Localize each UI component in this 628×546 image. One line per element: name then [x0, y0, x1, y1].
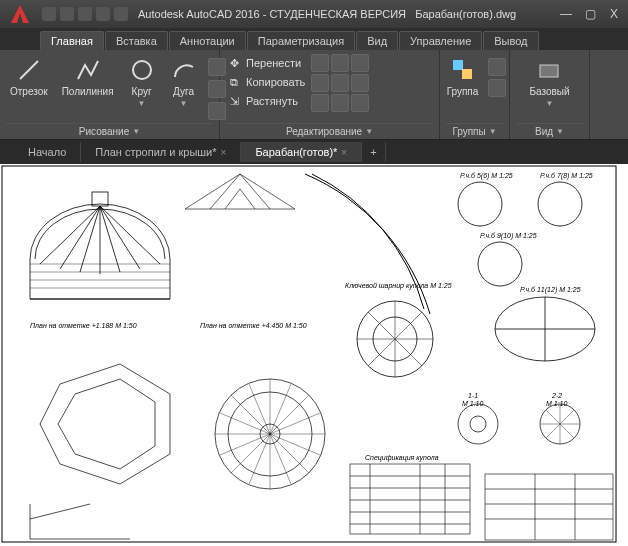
anno-r78: Р.ч.б 7(8) М 1:25 [540, 172, 593, 179]
array-icon[interactable] [351, 74, 369, 92]
quick-access-toolbar [42, 7, 128, 21]
anno-r910: Р.ч.б 9(10) М 1:25 [480, 232, 537, 239]
svg-rect-3 [453, 60, 463, 70]
anno-hinge: Ключевой шарнир купола М 1:25 [345, 282, 452, 289]
svg-point-2 [133, 61, 151, 79]
anno-plan2: План на отметке +4.450 М 1:50 [200, 322, 307, 329]
svg-line-1 [20, 61, 38, 79]
tab-home[interactable]: Главная [40, 31, 104, 50]
panel-title-draw[interactable]: Рисование ▼ [6, 123, 213, 139]
app-logo[interactable] [6, 0, 34, 28]
anno-sec22s: М 1:10 [546, 400, 567, 407]
tab-insert[interactable]: Вставка [105, 31, 168, 50]
anno-r1112: Р.ч.б 11(12) М 1:25 [520, 286, 581, 293]
tab-annotate[interactable]: Аннотации [169, 31, 246, 50]
maximize-button[interactable]: ▢ [582, 7, 598, 21]
copy-icon: ⧉ [226, 74, 242, 90]
qat-redo-icon[interactable] [114, 7, 128, 21]
anno-sec11s: М 1:10 [462, 400, 483, 407]
anno-spec: Спецификация купола [365, 454, 439, 461]
baseview-button[interactable]: Базовый▼ [525, 54, 573, 123]
ungroup-icon[interactable] [488, 58, 506, 76]
document-tabs: Начало План стропил и крыши*× Барабан(го… [0, 140, 628, 164]
circle-button[interactable]: Круг▼ [124, 54, 160, 123]
ribbon: Отрезок Полилиния Круг▼ Дуга▼ Рисование … [0, 50, 628, 140]
svg-rect-5 [540, 65, 558, 77]
stretch-button[interactable]: ⇲Растянуть [226, 92, 305, 110]
svg-marker-0 [11, 5, 29, 23]
qat-new-icon[interactable] [42, 7, 56, 21]
close-icon[interactable]: × [221, 147, 227, 158]
svg-rect-6 [2, 166, 616, 542]
close-icon[interactable]: × [341, 147, 347, 158]
anno-sec22: 2-2 [552, 392, 562, 399]
close-button[interactable]: X [606, 7, 622, 21]
erase-icon[interactable] [351, 94, 369, 112]
polyline-icon [74, 56, 102, 84]
trim-icon[interactable] [331, 54, 349, 72]
line-button[interactable]: Отрезок [6, 54, 52, 123]
group-icon [449, 56, 477, 84]
offset-icon[interactable] [331, 94, 349, 112]
doctab-drum[interactable]: Барабан(готов)*× [241, 142, 362, 162]
copy-button[interactable]: ⧉Копировать [226, 73, 305, 91]
tab-parametric[interactable]: Параметризация [247, 31, 355, 50]
window-title: Autodesk AutoCAD 2016 - СТУДЕНЧЕСКАЯ ВЕР… [138, 8, 558, 20]
scale-icon[interactable] [311, 94, 329, 112]
tab-manage[interactable]: Управление [399, 31, 482, 50]
move-button[interactable]: ✥Перенести [226, 54, 305, 72]
minimize-button[interactable]: — [558, 7, 574, 21]
svg-rect-4 [462, 69, 472, 79]
plus-icon: + [370, 146, 376, 158]
arc-icon [170, 56, 198, 84]
group-button[interactable]: Группа [443, 54, 483, 123]
panel-title-view[interactable]: Вид ▼ [516, 123, 583, 139]
arc-button[interactable]: Дуга▼ [166, 54, 202, 123]
doctab-add[interactable]: + [362, 142, 385, 162]
qat-save-icon[interactable] [78, 7, 92, 21]
panel-title-modify[interactable]: Редактирование ▼ [226, 123, 433, 139]
doctab-plan[interactable]: План стропил и крыши*× [81, 142, 241, 162]
mirror-icon[interactable] [311, 74, 329, 92]
panel-title-groups[interactable]: Группы ▼ [446, 123, 503, 139]
groupedit-icon[interactable] [488, 79, 506, 97]
drawing-content [0, 164, 628, 546]
title-bar: Autodesk AutoCAD 2016 - СТУДЕНЧЕСКАЯ ВЕР… [0, 0, 628, 28]
modify-grid [311, 54, 369, 123]
rotate-icon[interactable] [311, 54, 329, 72]
move-icon: ✥ [226, 55, 242, 71]
tab-output[interactable]: Вывод [483, 31, 538, 50]
fillet-icon[interactable] [351, 54, 369, 72]
baseview-icon [535, 56, 563, 84]
doctab-start[interactable]: Начало [14, 142, 81, 162]
anno-sec11: 1-1 [468, 392, 478, 399]
tab-view[interactable]: Вид [356, 31, 398, 50]
line-icon [15, 56, 43, 84]
anno-r56: Р.ч.б 5(6) М 1:25 [460, 172, 513, 179]
circle-icon [128, 56, 156, 84]
extend-icon[interactable] [331, 74, 349, 92]
qat-undo-icon[interactable] [96, 7, 110, 21]
polyline-button[interactable]: Полилиния [58, 54, 118, 123]
qat-open-icon[interactable] [60, 7, 74, 21]
ribbon-tabs: Главная Вставка Аннотации Параметризация… [0, 28, 628, 50]
anno-plan1: План на отметке +1.188 М 1:50 [30, 322, 137, 329]
drawing-canvas[interactable]: План на отметке +1.188 М 1:50 План на от… [0, 164, 628, 546]
stretch-icon: ⇲ [226, 93, 242, 109]
